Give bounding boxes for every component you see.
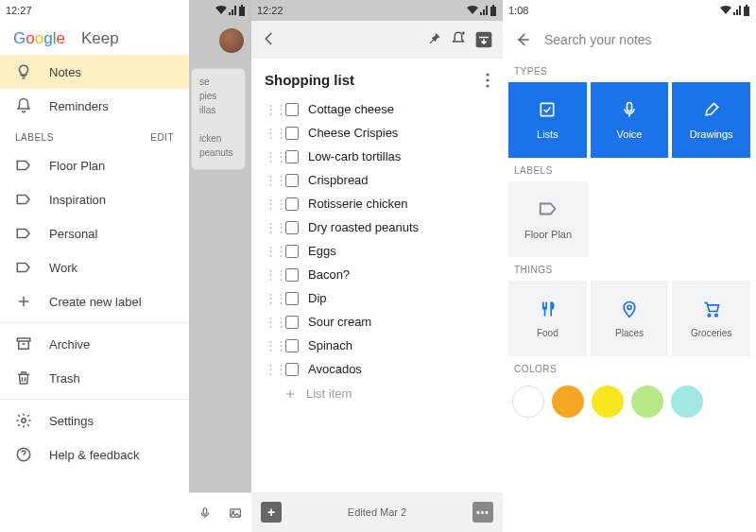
label-icon <box>15 191 32 208</box>
type-voice[interactable]: Voice <box>591 82 669 158</box>
battery-icon <box>490 5 497 16</box>
food-icon <box>538 300 557 318</box>
pin-icon <box>425 30 442 47</box>
drag-handle-icon[interactable]: ⋮⋮ <box>265 338 276 352</box>
nav-notes[interactable]: Notes <box>0 55 189 89</box>
drag-handle-icon[interactable]: ⋮⋮ <box>265 362 276 376</box>
svg-rect-1 <box>17 338 30 341</box>
color-swatch[interactable] <box>631 386 663 418</box>
checkbox[interactable] <box>285 174 299 187</box>
checkbox[interactable] <box>285 197 299 211</box>
overflow-button[interactable]: ••• <box>472 502 493 523</box>
nav-reminders[interactable]: Reminders <box>0 89 189 123</box>
checklist-item[interactable]: ⋮⋮Spinach <box>265 334 490 357</box>
create-label[interactable]: Create new label <box>0 284 189 318</box>
bell-icon <box>15 97 32 114</box>
status-bar: 1:08 <box>503 0 756 21</box>
checklist-item[interactable]: ⋮⋮Cottage cheese <box>265 97 490 121</box>
divider <box>0 399 189 400</box>
checkbox[interactable] <box>285 127 299 140</box>
label-item[interactable]: Personal <box>0 216 189 250</box>
search-bar[interactable]: Search your notes <box>503 21 756 59</box>
checklist-item-text: Bacon? <box>308 267 350 282</box>
nav-help[interactable]: Help & feedback <box>0 438 189 472</box>
color-swatch[interactable] <box>592 386 624 418</box>
add-item-placeholder: List item <box>306 386 352 401</box>
label-tile[interactable]: Floor Plan <box>508 181 588 257</box>
checklist-item[interactable]: ⋮⋮Low-carb tortillas <box>265 145 490 168</box>
thing-food[interactable]: Food <box>508 281 587 356</box>
lightbulb-icon <box>15 63 32 80</box>
drag-handle-icon[interactable]: ⋮⋮ <box>265 126 276 140</box>
pin-button[interactable] <box>425 30 442 50</box>
drag-handle-icon[interactable]: ⋮⋮ <box>265 220 276 234</box>
checklist-item-text: Low-carb tortillas <box>308 149 401 163</box>
thing-places[interactable]: Places <box>591 281 669 356</box>
checklist-item[interactable]: ⋮⋮Eggs <box>265 239 490 263</box>
drag-handle-icon[interactable]: ⋮⋮ <box>265 291 276 305</box>
checklist-item[interactable]: ⋮⋮Dry roasted peanuts <box>265 215 490 239</box>
drag-handle-icon[interactable]: ⋮⋮ <box>265 267 276 282</box>
add-list-item[interactable]: List item <box>265 381 490 406</box>
mic-icon[interactable] <box>198 505 212 522</box>
checkbox[interactable] <box>285 363 299 376</box>
type-lists[interactable]: Lists <box>508 82 587 158</box>
color-swatch[interactable] <box>552 386 584 418</box>
checkbox[interactable] <box>285 268 299 282</box>
nav-settings[interactable]: Settings <box>0 403 189 438</box>
clock: 1:08 <box>508 5 528 16</box>
drawer-screenshot: 12:27 Google Keep Notes Reminders LABEL <box>0 0 251 532</box>
checkbox[interactable] <box>285 150 299 163</box>
thing-groceries[interactable]: Groceries <box>672 281 750 356</box>
checklist-item[interactable]: ⋮⋮Dip <box>265 286 490 310</box>
checklist-item[interactable]: ⋮⋮Bacon? <box>265 263 490 286</box>
checklist-item[interactable]: ⋮⋮Crispbread <box>265 168 490 192</box>
add-button[interactable]: + <box>261 502 282 523</box>
label-item[interactable]: Floor Plan <box>0 148 189 182</box>
color-swatch[interactable] <box>512 386 544 418</box>
status-bar: 12:27 <box>0 0 189 21</box>
checklist-item-text: Cheese Crispies <box>308 126 398 140</box>
labels-edit-button[interactable]: EDIT <box>150 132 174 143</box>
checklist-item-text: Spinach <box>308 338 352 352</box>
image-icon[interactable] <box>229 505 242 522</box>
label-item[interactable]: Inspiration <box>0 182 189 216</box>
checklist-item[interactable]: ⋮⋮Cheese Crispies <box>265 121 490 145</box>
color-swatches <box>503 380 756 423</box>
drag-handle-icon[interactable]: ⋮⋮ <box>265 315 276 329</box>
drag-handle-icon[interactable]: ⋮⋮ <box>265 149 276 163</box>
drag-handle-icon[interactable]: ⋮⋮ <box>265 173 276 187</box>
label-icon <box>15 259 32 276</box>
drag-handle-icon[interactable]: ⋮⋮ <box>265 244 276 258</box>
arrow-left-icon[interactable] <box>514 31 531 48</box>
label-item[interactable]: Work <box>0 250 189 284</box>
drag-handle-icon[interactable]: ⋮⋮ <box>265 197 276 211</box>
editor-appbar <box>251 21 503 59</box>
back-button[interactable] <box>261 30 278 50</box>
nav-trash[interactable]: Trash <box>0 361 189 395</box>
drag-handle-icon[interactable]: ⋮⋮ <box>265 102 276 116</box>
nav-notes-label: Notes <box>49 65 81 79</box>
checkbox[interactable] <box>285 103 299 116</box>
checklist-item[interactable]: ⋮⋮Rotisserie chicken <box>265 192 490 215</box>
color-swatch[interactable] <box>671 386 703 418</box>
checkbox[interactable] <box>285 221 299 234</box>
archive-button[interactable] <box>474 30 493 49</box>
more-button[interactable] <box>486 73 490 88</box>
note-title[interactable]: Shopping list <box>265 72 354 88</box>
brush-icon <box>702 100 721 119</box>
checkbox[interactable] <box>285 316 299 329</box>
search-placeholder: Search your notes <box>544 32 652 47</box>
checklist-item[interactable]: ⋮⋮Avocados <box>265 357 490 381</box>
nav-archive[interactable]: Archive <box>0 327 189 361</box>
checklist-item-text: Sour cream <box>308 315 371 329</box>
nav-reminders-label: Reminders <box>49 99 109 113</box>
type-drawings[interactable]: Drawings <box>672 82 750 158</box>
checkbox[interactable] <box>285 292 299 305</box>
checklist-item-text: Dry roasted peanuts <box>308 220 419 234</box>
checklist-item[interactable]: ⋮⋮Sour cream <box>265 310 490 334</box>
checkbox[interactable] <box>285 245 299 258</box>
svg-point-21 <box>714 314 717 317</box>
reminder-button[interactable] <box>450 30 467 50</box>
checkbox[interactable] <box>285 339 299 352</box>
